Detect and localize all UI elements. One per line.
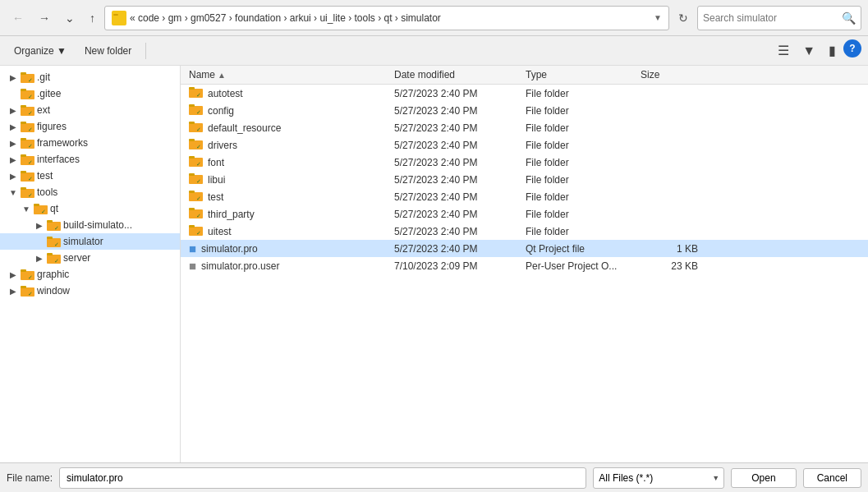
search-input[interactable] [703, 12, 842, 24]
filename-label: File name: [7, 472, 53, 484]
help-button[interactable]: ? [843, 39, 861, 57]
filename-input[interactable] [59, 467, 586, 489]
folder-file-icon: ✓ [189, 207, 203, 221]
table-row[interactable]: ✓ test 5/27/2023 2:40 PM File folder [181, 188, 868, 205]
toolbar-separator [145, 43, 146, 59]
sidebar-item-qt[interactable]: ▼ ✓ qt [0, 200, 180, 217]
chevron-right-icon: ▶ [7, 122, 20, 131]
sidebar-item-frameworks[interactable]: ▶ ✓ frameworks [0, 135, 180, 151]
file-date-cell: 5/27/2023 2:40 PM [394, 174, 526, 186]
sidebar-item-simulator[interactable]: ✓ simulator [0, 233, 180, 250]
file-date-cell: 5/27/2023 2:40 PM [394, 122, 526, 134]
view-options-button[interactable]: ▼ [797, 39, 821, 62]
file-size-cell: 1 KB [641, 243, 706, 255]
file-list: Name ▲ Date modified Type Size ✓ autotes… [181, 66, 868, 462]
sidebar-item-label: graphic [37, 269, 69, 280]
folder-file-icon: ✓ [189, 103, 203, 117]
list-view-button[interactable]: ☰ [772, 39, 795, 62]
sidebar-item-graphic[interactable]: ▶ ✓ graphic [0, 266, 180, 283]
folder-icon: ✓ [20, 268, 34, 281]
folder-icon: ✓ [20, 87, 34, 100]
breadcrumb-bar[interactable]: « code › gm › gm0527 › foundation › arku… [104, 6, 669, 30]
folder-open-icon: ✓ [20, 186, 34, 199]
chevron-right-icon: ▶ [33, 221, 46, 230]
svg-rect-18 [21, 154, 26, 157]
file-type-cell: Qt Project file [526, 243, 641, 255]
sidebar-item-tools[interactable]: ▼ ✓ tools [0, 184, 180, 200]
svg-text:✓: ✓ [41, 209, 46, 214]
file-name-cell: ■ simulator.pro [181, 241, 394, 255]
svg-rect-3 [21, 72, 26, 75]
table-row[interactable]: ✓ default_resource 5/27/2023 2:40 PM Fil… [181, 119, 868, 136]
recent-button[interactable]: ⌄ [59, 8, 80, 28]
svg-rect-15 [21, 138, 26, 140]
svg-rect-69 [189, 225, 195, 228]
organize-button[interactable]: Organize ▼ [7, 42, 74, 60]
breadcrumb-dropdown-icon[interactable]: ▼ [654, 13, 662, 22]
sidebar-item-label: test [37, 170, 53, 182]
table-row[interactable]: ✓ autotest 5/27/2023 2:40 PM File folder [181, 85, 868, 102]
sidebar-item-ext[interactable]: ▶ ✓ ext [0, 102, 180, 118]
table-row-selected[interactable]: ■ simulator.pro 5/27/2023 2:40 PM Qt Pro… [181, 240, 868, 257]
folder-icon: ✓ [20, 153, 34, 166]
back-button[interactable]: ← [7, 8, 30, 28]
table-row[interactable]: ✓ config 5/27/2023 2:40 PM File folder [181, 102, 868, 119]
column-date[interactable]: Date modified [394, 69, 526, 80]
toolbar: Organize ▼ New folder ☰ ▼ ▮ ? [0, 36, 868, 66]
table-row[interactable]: ■ simulator.pro.user 7/10/2023 2:09 PM P… [181, 257, 868, 274]
folder-file-icon: ✓ [189, 86, 203, 100]
sidebar-item-label: ext [37, 104, 50, 116]
folder-icon: ✓ [46, 251, 61, 264]
sidebar-item-server[interactable]: ▶ ✓ server [0, 250, 180, 266]
file-date-cell: 5/27/2023 2:40 PM [394, 226, 526, 237]
svg-rect-21 [21, 171, 26, 173]
file-size-cell: 23 KB [641, 260, 706, 272]
sidebar-item-git[interactable]: ▶ ✓ .git [0, 69, 180, 85]
preview-button[interactable]: ▮ [823, 39, 842, 62]
svg-text:✓: ✓ [196, 109, 201, 115]
folder-file-icon: ✓ [189, 172, 203, 186]
file-type-cell: Per-User Project O... [526, 260, 641, 272]
svg-rect-9 [21, 105, 26, 108]
svg-rect-60 [189, 173, 195, 176]
search-bar: 🔍 [697, 6, 861, 30]
chevron-down-icon: ▼ [20, 205, 33, 214]
new-folder-button[interactable]: New folder [77, 42, 139, 60]
file-date-cell: 5/27/2023 2:40 PM [394, 191, 526, 203]
sidebar-item-interfaces[interactable]: ▶ ✓ interfaces [0, 151, 180, 168]
filetype-wrapper: All Files (*.*)Qt Project Files (*.pro)A… [593, 467, 724, 489]
table-row[interactable]: ✓ drivers 5/27/2023 2:40 PM File folder [181, 136, 868, 154]
file-type-cell: File folder [526, 191, 641, 203]
sidebar-item-figures[interactable]: ▶ ✓ figures [0, 118, 180, 135]
table-row[interactable]: ✓ third_party 5/27/2023 2:40 PM File fol… [181, 205, 868, 223]
forward-button[interactable]: → [33, 8, 56, 28]
sidebar-item-label: window [37, 285, 70, 297]
sidebar-item-test[interactable]: ▶ ✓ test [0, 168, 180, 184]
svg-text:✓: ✓ [54, 241, 59, 247]
chevron-right-icon: ▶ [7, 106, 20, 115]
open-button[interactable]: Open [731, 468, 796, 488]
table-row[interactable]: ✓ font 5/27/2023 2:40 PM File folder [181, 154, 868, 171]
table-row[interactable]: ✓ libui 5/27/2023 2:40 PM File folder [181, 171, 868, 188]
refresh-button[interactable]: ↻ [673, 8, 694, 28]
column-type[interactable]: Type [526, 69, 641, 80]
column-name[interactable]: Name ▲ [181, 69, 394, 80]
cancel-button[interactable]: Cancel [803, 468, 861, 488]
svg-rect-27 [34, 204, 39, 206]
column-size[interactable]: Size [641, 69, 706, 80]
file-type-cell: File folder [526, 122, 641, 134]
sidebar-item-gitee[interactable]: ✓ .gitee [0, 85, 180, 102]
file-list-header: Name ▲ Date modified Type Size [181, 66, 868, 85]
folder-icon: ✓ [20, 103, 34, 117]
chevron-right-icon: ▶ [7, 287, 20, 296]
breadcrumb-text: « code › gm › gm0527 › foundation › arku… [130, 12, 441, 24]
sidebar-item-build-simulator[interactable]: ▶ ✓ build-simulato... [0, 217, 180, 233]
table-row[interactable]: ✓ uitest 5/27/2023 2:40 PM File folder [181, 223, 868, 240]
filetype-select[interactable]: All Files (*.*)Qt Project Files (*.pro)A… [593, 467, 724, 489]
sidebar-item-label: .gitee [37, 88, 61, 99]
search-icon: 🔍 [842, 11, 856, 25]
sidebar-item-window[interactable]: ▶ ✓ window [0, 283, 180, 299]
file-name-cell: ✓ default_resource [181, 121, 394, 135]
up-button[interactable]: ↑ [84, 8, 101, 28]
svg-text:✓: ✓ [54, 258, 59, 264]
